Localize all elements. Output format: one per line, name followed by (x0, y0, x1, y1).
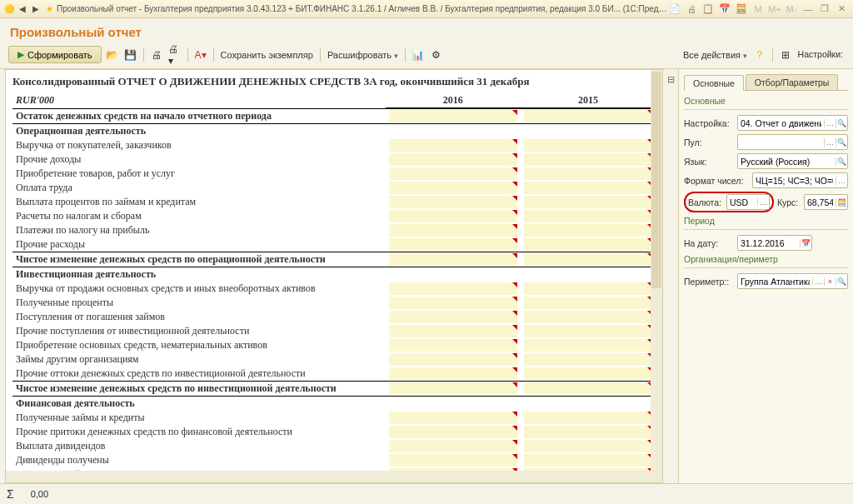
generate-button[interactable]: ▶Сформировать (8, 46, 102, 63)
favorite-icon[interactable]: ★ (43, 3, 55, 15)
lookup-icon[interactable]: 🔍 (836, 119, 847, 127)
ondate-input[interactable]: 📅 (737, 235, 812, 251)
value-cell[interactable] (389, 196, 517, 208)
value-cell[interactable] (389, 353, 517, 366)
value-cell[interactable] (524, 412, 652, 424)
value-cell[interactable] (524, 454, 652, 467)
all-actions-button[interactable]: Все действия (681, 48, 749, 62)
m-plus2-icon[interactable]: M+ (768, 3, 781, 15)
value-cell[interactable] (524, 210, 652, 222)
ellipsis-icon[interactable]: … (836, 177, 847, 185)
tool-icon-3[interactable]: 📋 (701, 3, 715, 15)
value-cell[interactable] (524, 224, 652, 237)
value-cell[interactable] (524, 282, 652, 295)
tool-icon-4[interactable]: 📅 (718, 3, 731, 15)
value-cell[interactable] (524, 382, 652, 395)
chart-icon[interactable]: 📊 (411, 47, 426, 62)
value-cell[interactable] (389, 426, 517, 438)
value-cell[interactable] (389, 382, 517, 395)
lookup-icon[interactable]: 🔍 (836, 157, 847, 166)
value-cell[interactable] (389, 367, 517, 380)
value-cell[interactable] (524, 297, 652, 309)
ellipsis-icon[interactable]: … (824, 138, 836, 147)
save-icon[interactable]: 💾 (123, 47, 138, 62)
value-cell[interactable] (524, 482, 652, 483)
value-cell[interactable] (389, 339, 517, 352)
value-cell[interactable] (524, 238, 652, 251)
fwd-icon[interactable]: ▶ (30, 3, 42, 15)
report-area[interactable]: Консолидированный ОТЧЕТ О ДВИЖЕНИИ ДЕНЕЖ… (5, 69, 663, 483)
value-cell[interactable] (524, 440, 652, 452)
vertical-scrollbar[interactable] (651, 70, 662, 482)
tool-icon-5[interactable]: 🧮 (735, 3, 748, 15)
m-minus-icon[interactable]: M- (785, 3, 798, 15)
print-icon[interactable]: 🖨 (149, 47, 164, 62)
value-cell[interactable] (389, 412, 517, 424)
rate-label: Курс: (777, 197, 801, 207)
calendar-icon[interactable]: 📅 (800, 239, 811, 247)
ellipsis-icon[interactable]: … (824, 119, 836, 127)
help-icon[interactable]: ? (752, 47, 767, 62)
value-cell[interactable] (389, 325, 517, 337)
lang-input[interactable]: 🔍 (737, 153, 848, 169)
value-cell[interactable] (524, 153, 652, 166)
decode-button[interactable]: Расшифровать (326, 48, 400, 62)
minimize-icon[interactable]: — (801, 3, 815, 15)
numfmt-input[interactable]: … (752, 172, 848, 188)
value-cell[interactable] (524, 196, 652, 208)
tool-icon-1[interactable]: 📄 (668, 3, 681, 15)
printers-icon[interactable]: 🖨▾ (167, 47, 182, 62)
ellipsis-icon[interactable]: … (757, 198, 769, 207)
value-cell[interactable] (389, 440, 517, 452)
gutter-expand-icon[interactable]: ⊟ (664, 72, 677, 86)
rate-input[interactable]: 🧮 (804, 194, 848, 210)
value-cell[interactable] (389, 253, 517, 266)
open-icon[interactable]: 📂 (105, 47, 120, 62)
tool-icon-2[interactable]: 🖨 (685, 3, 698, 15)
value-cell[interactable] (524, 110, 652, 122)
value-cell[interactable] (524, 325, 652, 337)
horizontal-scrollbar[interactable] (6, 471, 651, 482)
value-cell[interactable] (389, 454, 517, 467)
value-cell[interactable] (389, 482, 517, 483)
value-cell[interactable] (389, 282, 517, 295)
value-cell[interactable] (524, 426, 652, 438)
setting-input[interactable]: … 🔍 (737, 115, 848, 131)
value-cell[interactable] (524, 139, 652, 152)
value-cell[interactable] (389, 224, 517, 237)
save-copy-button[interactable]: Сохранить экземпляр (219, 48, 315, 62)
currency-input[interactable]: … (726, 194, 770, 210)
refresh-icon[interactable]: ⚙ (429, 47, 444, 62)
clear-icon[interactable]: × (824, 277, 836, 286)
value-cell[interactable] (389, 311, 517, 323)
value-cell[interactable] (389, 238, 517, 251)
value-cell[interactable] (524, 253, 652, 266)
value-cell[interactable] (524, 353, 652, 366)
value-cell[interactable] (389, 210, 517, 222)
close-icon[interactable]: ✕ (835, 3, 848, 15)
value-cell[interactable] (389, 153, 517, 166)
lookup-icon[interactable]: 🔍 (836, 277, 847, 286)
value-cell[interactable] (524, 339, 652, 352)
tab-filter[interactable]: Отбор/Параметры (746, 74, 839, 90)
settings-toggle-icon[interactable]: ⊞ (778, 47, 793, 62)
calc-icon[interactable]: 🧮 (836, 198, 847, 207)
value-cell[interactable] (389, 297, 517, 309)
font-icon[interactable]: A▾ (193, 47, 208, 62)
pool-input[interactable]: … 🔍 (737, 134, 848, 150)
value-cell[interactable] (389, 139, 517, 152)
value-cell[interactable] (524, 311, 652, 323)
value-cell[interactable] (524, 367, 652, 380)
value-cell[interactable] (389, 182, 517, 194)
tab-main[interactable]: Основные (684, 75, 744, 91)
lookup-icon[interactable]: 🔍 (836, 138, 847, 147)
maximize-icon[interactable]: ❐ (818, 3, 831, 15)
value-cell[interactable] (389, 110, 517, 122)
value-cell[interactable] (389, 167, 517, 180)
m-plus-icon[interactable]: M (751, 3, 765, 15)
perimeter-input[interactable]: … × 🔍 (737, 273, 848, 289)
value-cell[interactable] (524, 167, 652, 180)
ellipsis-icon[interactable]: … (812, 277, 824, 286)
value-cell[interactable] (524, 182, 652, 194)
back-icon[interactable]: ◀ (17, 3, 28, 15)
